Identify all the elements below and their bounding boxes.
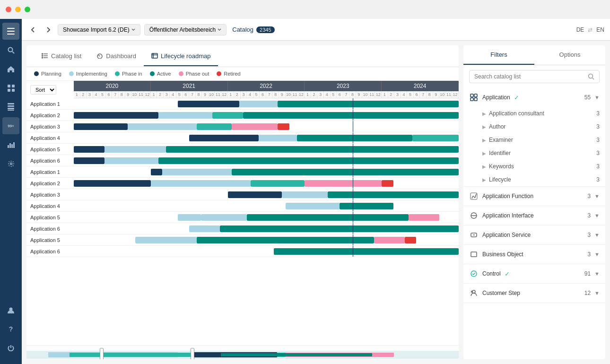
gantt-row[interactable]: Application 2 bbox=[26, 178, 459, 189]
gantt-bar-phase-out[interactable] bbox=[305, 180, 382, 187]
gantt-bar-implementing[interactable] bbox=[282, 191, 328, 198]
breadcrumb-workspace[interactable]: Showcase Import 6.2 (DE) bbox=[58, 24, 140, 35]
gantt-bar-retired[interactable] bbox=[382, 180, 393, 187]
gantt-bar-active[interactable] bbox=[297, 135, 412, 141]
gantt-row[interactable]: Application 5 bbox=[26, 234, 459, 246]
gantt-bar-active[interactable] bbox=[247, 214, 409, 221]
sidebar-item-catalog[interactable] bbox=[2, 98, 19, 115]
gantt-bar-active[interactable] bbox=[243, 112, 459, 119]
sidebar-item-search[interactable] bbox=[2, 42, 19, 59]
gantt-bar-active[interactable] bbox=[328, 191, 459, 198]
breadcrumb-public[interactable]: Öffentlicher Arbeitsbereich bbox=[144, 24, 227, 35]
gantt-bar-implementing[interactable] bbox=[239, 101, 278, 107]
gantt-bar-phase-in[interactable] bbox=[197, 123, 231, 130]
gantt-bar-planning[interactable] bbox=[74, 146, 105, 153]
back-button[interactable] bbox=[27, 24, 39, 35]
gantt-bar-phase-in[interactable] bbox=[412, 135, 459, 141]
filter-group-header[interactable]: Business Object3▼ bbox=[463, 245, 605, 264]
lang-de[interactable]: DE bbox=[576, 26, 584, 33]
close-button[interactable] bbox=[6, 7, 11, 12]
gantt-bar-implementing[interactable] bbox=[151, 180, 251, 187]
gantt-bar-planning[interactable] bbox=[151, 169, 162, 175]
filter-sub-item[interactable]: ▶Identifier3 bbox=[463, 147, 605, 160]
gantt-bar-implementing[interactable] bbox=[189, 225, 220, 232]
sidebar-item-power[interactable] bbox=[2, 339, 19, 356]
gantt-bar-planning[interactable] bbox=[189, 135, 259, 141]
gantt-row[interactable]: Application 3 bbox=[26, 121, 459, 132]
gantt-row[interactable]: Application 6 bbox=[26, 246, 459, 257]
gantt-bar-active[interactable] bbox=[158, 157, 459, 164]
lang-en[interactable]: EN bbox=[596, 26, 604, 33]
sidebar-item-home[interactable] bbox=[2, 61, 19, 78]
search-icon[interactable] bbox=[588, 73, 594, 80]
gantt-bar-planning[interactable] bbox=[74, 180, 151, 187]
sidebar-item-help[interactable]: ? bbox=[2, 321, 19, 338]
gantt-bar-phase-out[interactable] bbox=[374, 237, 405, 243]
sort-select[interactable]: Sort bbox=[30, 85, 56, 95]
tab-dashboard[interactable]: Dashboard bbox=[89, 47, 144, 66]
gantt-bar-implementing[interactable] bbox=[286, 203, 340, 209]
scroll-handle-left[interactable] bbox=[100, 348, 104, 359]
gantt-bar-active[interactable] bbox=[166, 146, 459, 153]
gantt-bar-phase-out[interactable] bbox=[232, 123, 278, 130]
gantt-row[interactable]: Application 4 bbox=[26, 132, 459, 144]
gantt-bar-implementing[interactable] bbox=[178, 214, 201, 221]
gantt-row[interactable]: Application 1 bbox=[26, 166, 459, 178]
gantt-bar-implementing[interactable] bbox=[105, 146, 166, 153]
gantt-row[interactable]: Application 5 bbox=[26, 212, 459, 223]
tab-options[interactable]: Options bbox=[534, 45, 605, 65]
gantt-bar-retired[interactable] bbox=[278, 123, 289, 130]
tab-filters[interactable]: Filters bbox=[463, 45, 534, 65]
tab-catalog-list[interactable]: Catalog list bbox=[34, 47, 89, 66]
gantt-bar-active[interactable] bbox=[232, 169, 459, 175]
sidebar-item-menu[interactable] bbox=[2, 23, 19, 40]
filter-sub-item[interactable]: ▶Examiner3 bbox=[463, 133, 605, 147]
gantt-bar-active[interactable] bbox=[274, 248, 459, 255]
gantt-row[interactable]: Application 6 bbox=[26, 223, 459, 234]
filter-group-header[interactable]: Application Service3▼ bbox=[463, 225, 605, 244]
filter-group-header[interactable]: Application Function3▼ bbox=[463, 187, 605, 206]
gantt-bar-active[interactable] bbox=[197, 237, 374, 243]
gantt-bar-implementing[interactable] bbox=[201, 214, 247, 221]
mini-chart[interactable] bbox=[26, 345, 459, 359]
filter-sub-item[interactable]: ▶Lifecycle3 bbox=[463, 173, 605, 186]
sidebar-item-user[interactable] bbox=[2, 302, 19, 319]
sidebar-item-badge[interactable]: 99+ bbox=[2, 117, 19, 134]
sidebar-item-chart[interactable] bbox=[2, 136, 19, 153]
gantt-row[interactable]: Application 1 bbox=[26, 98, 459, 110]
filter-group-header[interactable]: Customer Step12▼ bbox=[463, 284, 605, 303]
tab-lifecycle-roadmap[interactable]: Lifecycle roadmap bbox=[144, 47, 218, 66]
gantt-row[interactable]: Application 2 bbox=[26, 110, 459, 121]
gantt-bar-implementing[interactable] bbox=[162, 169, 232, 175]
sidebar-item-grid[interactable] bbox=[2, 79, 19, 96]
filter-group-header[interactable]: Application✓55▼ bbox=[463, 88, 605, 107]
gantt-bar-planning[interactable] bbox=[74, 157, 105, 164]
maximize-button[interactable] bbox=[25, 7, 30, 12]
gantt-bar-planning[interactable] bbox=[74, 123, 128, 130]
gantt-bar-phase-in[interactable] bbox=[212, 112, 243, 119]
gantt-bar-active[interactable] bbox=[220, 225, 459, 232]
filter-sub-item[interactable]: ▶Application consultant3 bbox=[463, 107, 605, 120]
gantt-bar-planning[interactable] bbox=[228, 191, 282, 198]
gantt-row[interactable]: Application 4 bbox=[26, 200, 459, 212]
gantt-bar-planning[interactable] bbox=[74, 112, 158, 119]
filter-sub-item[interactable]: ▶Keywords3 bbox=[463, 160, 605, 173]
forward-button[interactable] bbox=[43, 24, 54, 35]
gantt-row[interactable]: Application 5 bbox=[26, 144, 459, 155]
scroll-handle-right[interactable] bbox=[191, 348, 194, 359]
filter-group-header[interactable]: Application Interface3▼ bbox=[463, 206, 605, 225]
gantt-bar-implementing[interactable] bbox=[158, 112, 212, 119]
gantt-bar-implementing[interactable] bbox=[259, 135, 297, 141]
filter-sub-item[interactable]: ▶Author3 bbox=[463, 120, 605, 133]
filter-group-header[interactable]: Control✓91▼ bbox=[463, 264, 605, 283]
gantt-bar-planning[interactable] bbox=[178, 101, 239, 107]
gantt-bar-active[interactable] bbox=[278, 101, 459, 107]
gantt-bar-implementing[interactable] bbox=[135, 237, 197, 243]
gantt-row[interactable]: Application 6 bbox=[26, 155, 459, 166]
gantt-bar-phase-in[interactable] bbox=[251, 180, 305, 187]
minimize-button[interactable] bbox=[15, 7, 21, 12]
sidebar-item-tools[interactable] bbox=[2, 155, 19, 172]
gantt-row[interactable]: Application 3 bbox=[26, 189, 459, 200]
gantt-bar-implementing[interactable] bbox=[105, 157, 158, 164]
gantt-bar-implementing[interactable] bbox=[128, 123, 197, 130]
